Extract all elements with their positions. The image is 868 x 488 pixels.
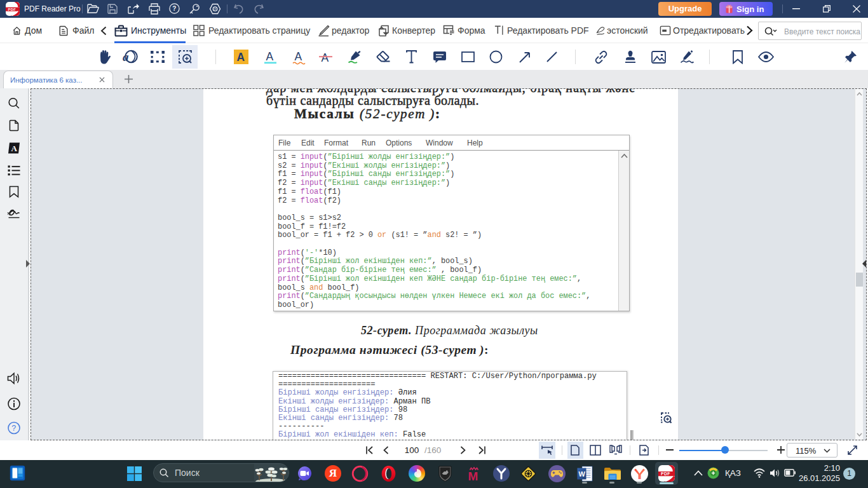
svg-text:?: ? xyxy=(11,424,16,433)
svg-text:A: A xyxy=(295,50,302,63)
svg-text:A: A xyxy=(266,50,274,63)
svg-text:a: a xyxy=(123,50,129,64)
svg-text:М: М xyxy=(468,470,478,482)
svg-text:PDF: PDF xyxy=(661,471,670,476)
svg-text:A: A xyxy=(11,144,18,153)
svg-text:A: A xyxy=(237,51,245,64)
svg-text:W: W xyxy=(579,470,586,478)
svg-text:PDF: PDF xyxy=(8,8,16,11)
svg-text:A: A xyxy=(322,51,329,64)
svg-text:?: ? xyxy=(172,5,176,12)
